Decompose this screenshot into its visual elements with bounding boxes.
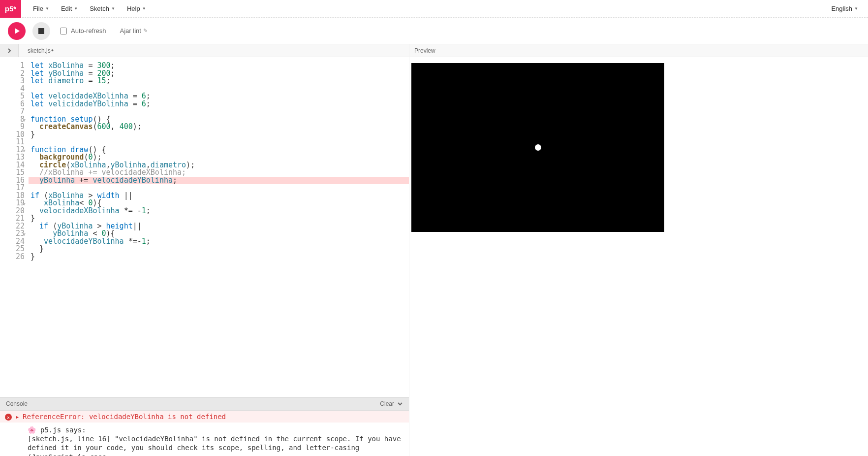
menu-language[interactable]: English▼ (825, 0, 864, 18)
line-gutter: 12345678▼9101112▼13141516171819▼20212223… (0, 57, 29, 397)
auto-refresh-toggle[interactable]: Auto-refresh (60, 27, 106, 34)
stop-button[interactable] (32, 22, 50, 40)
chevron-down-icon (397, 401, 403, 407)
preview-title: Preview (414, 47, 435, 54)
stop-icon (38, 28, 44, 34)
auto-refresh-checkbox[interactable] (60, 28, 67, 34)
console-header: Console Clear (0, 397, 409, 411)
menu-help[interactable]: Help▼ (121, 0, 152, 18)
play-icon (13, 28, 20, 34)
editor-pane: sketch.js● 12345678▼9101112▼131415161718… (0, 44, 409, 456)
modified-indicator: ● (51, 48, 54, 53)
toolbar: Auto-refresh Ajar lint ✎ (0, 18, 868, 44)
expand-triangle-icon[interactable]: ▶ (16, 414, 19, 420)
console-friendly-row: 🌸 p5.js says: [sketch.js, line 16] "velo… (0, 423, 409, 456)
auto-refresh-label: Auto-refresh (71, 27, 106, 34)
menubar: File▼ Edit▼ Sketch▼ Help▼ English▼ (21, 0, 868, 18)
preview-canvas-wrap (409, 57, 868, 232)
ball (535, 144, 541, 151)
sidebar-expand-button[interactable] (0, 44, 19, 57)
code-lines[interactable]: let xBolinha = 300;let yBolinha = 200;le… (29, 57, 409, 397)
console-error-row[interactable]: ✕ ▶ ReferenceError: velocidadeYBolinha i… (0, 411, 409, 423)
menu-file[interactable]: File▼ (27, 0, 55, 18)
file-tab[interactable]: sketch.js● (19, 47, 62, 54)
p5-flower-icon: 🌸 (28, 425, 36, 434)
svg-marker-0 (15, 28, 20, 34)
sketch-name[interactable]: Ajar lint ✎ (120, 27, 148, 34)
play-button[interactable] (8, 22, 26, 40)
preview-pane: Preview (409, 44, 868, 456)
console-body[interactable]: ✕ ▶ ReferenceError: velocidadeYBolinha i… (0, 411, 409, 456)
pencil-icon: ✎ (143, 28, 148, 34)
menu-sketch[interactable]: Sketch▼ (84, 0, 121, 18)
sketch-canvas[interactable] (411, 63, 664, 232)
preview-header: Preview (409, 44, 868, 57)
friendly-header: p5.js says: (28, 425, 404, 434)
chevron-right-icon (7, 48, 12, 53)
tab-bar: sketch.js● (0, 44, 409, 57)
menu-edit[interactable]: Edit▼ (55, 0, 84, 18)
error-icon: ✕ (5, 414, 12, 421)
console-title: Console (6, 400, 28, 407)
friendly-body: [sketch.js, line 16] "velocidadeYBolinha… (28, 434, 404, 456)
console-clear-button[interactable]: Clear (380, 400, 403, 407)
console-error-message: ReferenceError: velocidadeYBolinha is no… (23, 413, 404, 421)
code-editor[interactable]: 12345678▼9101112▼13141516171819▼20212223… (0, 57, 409, 397)
p5-logo[interactable]: p5* (0, 0, 21, 18)
